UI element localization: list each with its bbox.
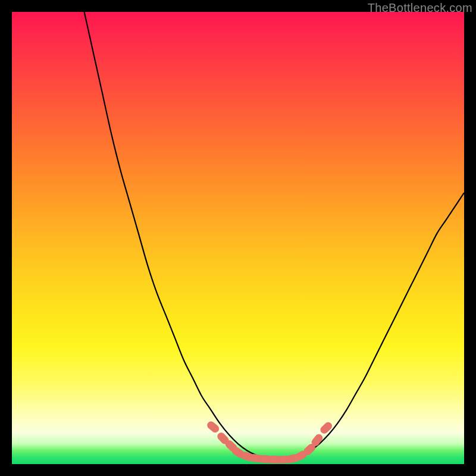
trough-marker [319,421,334,436]
chart-plot-area [12,12,464,464]
curve-line [84,12,464,460]
curve-markers [206,420,334,464]
chart-frame: TheBottleneck.com [0,0,476,476]
chart-svg [12,12,464,464]
bottleneck-curve [84,12,464,460]
watermark-text: TheBottleneck.com [368,1,472,15]
